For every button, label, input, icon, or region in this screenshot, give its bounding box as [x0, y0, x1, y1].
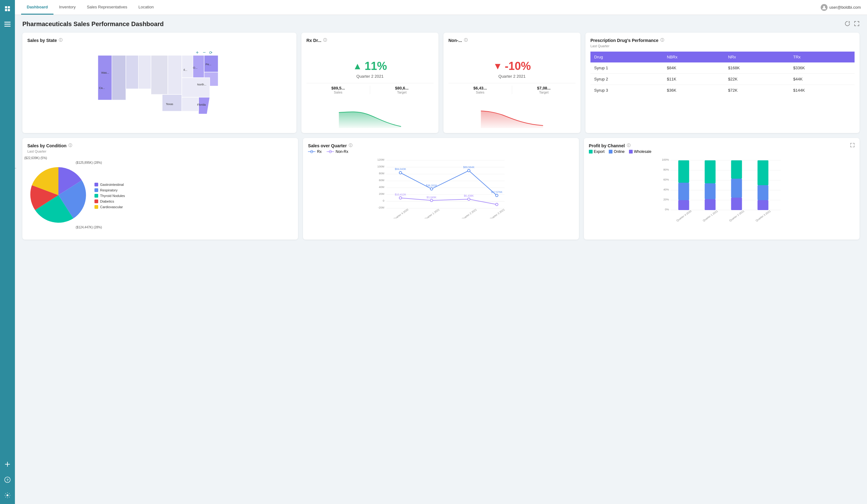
svg-text:80M: 80M	[379, 172, 384, 175]
tab-sales-representatives[interactable]: Sales Representatives	[81, 0, 133, 14]
svg-text:60%: 60%	[663, 178, 669, 181]
svg-rect-87	[757, 200, 768, 210]
tab-dashboard[interactable]: Dashboard	[21, 0, 53, 14]
svg-text:Quarter 2 2021: Quarter 2 2021	[461, 208, 478, 218]
rx-percent: 11%	[364, 60, 387, 73]
rx-info-icon[interactable]: ⓘ	[323, 37, 327, 43]
sidebar-menu-icon[interactable]	[2, 19, 12, 29]
thyroid-dot	[95, 194, 98, 197]
svg-rect-86	[731, 160, 742, 179]
svg-text:Quarter 4 2020: Quarter 4 2020	[393, 208, 409, 218]
drug-col-header: Drug	[590, 52, 663, 63]
line-chart-legend: Rx Non-Rx	[308, 149, 574, 154]
sidebar-add-icon[interactable]	[2, 459, 12, 469]
svg-rect-3	[8, 9, 10, 11]
pie-legend: Gastrointestinal Respiratory Thyroid Nod…	[95, 183, 125, 209]
svg-text:Quarter 2 2021: Quarter 2 2021	[728, 210, 745, 222]
svg-rect-5	[4, 24, 11, 25]
svg-rect-0	[5, 6, 7, 8]
sidebar-grid-icon[interactable]	[2, 4, 12, 14]
table-row: Syrup 2 $11K $22K $44K	[590, 74, 855, 85]
svg-text:Il...: Il...	[183, 68, 187, 72]
page-header: Pharmaceuticals Sales Performance Dashbo…	[22, 21, 859, 28]
tab-location[interactable]: Location	[133, 0, 159, 14]
cardiovascular-dot	[95, 205, 98, 209]
page-title: Pharmaceuticals Sales Performance Dashbo…	[22, 21, 164, 28]
profit-expand-icon[interactable]	[850, 143, 855, 148]
svg-rect-8	[5, 464, 10, 464]
svg-text:-20M: -20M	[378, 206, 384, 209]
bar-chart-svg: 100% 80% 60% 40% 20% 0%	[589, 156, 855, 222]
non-rx-legend-item: Non-Rx	[327, 149, 349, 154]
wholesale-legend: Wholesale	[629, 149, 651, 154]
online-legend: Online	[609, 149, 624, 154]
svg-text:Texas: Texas	[166, 103, 173, 106]
nrx-col-header: NRx	[724, 52, 789, 63]
non-rx-info-icon[interactable]: ⓘ	[464, 37, 468, 43]
sales-state-info-icon[interactable]: ⓘ	[59, 37, 63, 43]
table-row: Syrup 1 $84K $168K $336K	[590, 63, 855, 74]
bar-chart-legend: Export Online Wholesale	[589, 149, 855, 154]
legend-thyroid-nodules: Thyroid Nodules	[95, 194, 125, 197]
sales-quarter-title: Sales over Quarter ⓘ	[308, 143, 574, 148]
svg-text:100%: 100%	[662, 158, 669, 161]
rx-legend-item: Rx	[308, 149, 322, 154]
condition-subtitle: Last Quarter	[27, 149, 293, 153]
pie-label-gastro: ($125,895K) (28%)	[76, 161, 102, 164]
drug-name: Syrup 2	[590, 74, 663, 85]
sales-quarter-info-icon[interactable]: ⓘ	[349, 143, 352, 148]
main-content: Dashboard Inventory Sales Representative…	[15, 0, 867, 504]
nbrx-value: $36K	[663, 85, 724, 96]
svg-text:O...: O...	[193, 66, 197, 69]
svg-text:Quarter 4 2020: Quarter 4 2020	[676, 210, 692, 222]
non-rx-sales-value: $6,43...	[450, 86, 511, 90]
pie-label-diabetics: $60,291K)...	[15, 165, 16, 169]
svg-text:0: 0	[383, 199, 384, 202]
svg-point-47	[496, 194, 498, 197]
sidebar-settings-icon[interactable]	[2, 490, 12, 500]
top-row: Sales by State ⓘ	[22, 33, 859, 133]
sidebar-help-icon[interactable]: ?	[2, 475, 12, 485]
svg-point-55	[496, 203, 498, 206]
svg-rect-78	[678, 200, 689, 210]
svg-text:60M: 60M	[379, 179, 384, 182]
svg-rect-4	[4, 22, 11, 23]
gastrointestinal-dot	[95, 183, 98, 186]
export-legend: Export	[589, 149, 605, 154]
condition-info-icon[interactable]: ⓘ	[68, 143, 72, 148]
svg-text:Was...: Was...	[101, 71, 109, 74]
svg-point-11	[7, 494, 8, 496]
svg-text:Quarter 3 2021: Quarter 3 2021	[755, 210, 771, 222]
svg-text:⟳: ⟳	[209, 51, 213, 55]
svg-point-45	[430, 188, 433, 190]
svg-text:Ca...: Ca...	[99, 86, 105, 89]
drug-name: Syrup 3	[590, 85, 663, 96]
respiratory-dot	[95, 188, 98, 192]
svg-point-54	[468, 198, 470, 201]
svg-rect-88	[757, 185, 768, 200]
svg-text:Florida: Florida	[197, 103, 206, 106]
svg-text:$6,438K: $6,438K	[464, 194, 474, 197]
rx-target-value: $80,6...	[371, 86, 432, 90]
tab-inventory[interactable]: Inventory	[53, 0, 81, 14]
svg-point-52	[399, 197, 402, 199]
svg-point-44	[399, 172, 402, 174]
bottom-row: Sales by Condition ⓘ Last Quarter	[22, 138, 859, 239]
nbrx-value: $11K	[663, 74, 724, 85]
expand-icon[interactable]	[854, 21, 859, 28]
profit-info-icon[interactable]: ⓘ	[627, 143, 631, 148]
legend-cardiovascular: Cardiovascular	[95, 205, 125, 209]
sales-by-state-card: Sales by State ⓘ	[22, 33, 297, 133]
sales-by-condition-card: Sales by Condition ⓘ Last Quarter	[22, 138, 298, 239]
svg-text:$10,412K: $10,412K	[395, 193, 406, 196]
prescription-info-icon[interactable]: ⓘ	[660, 37, 664, 43]
top-navigation: Dashboard Inventory Sales Representative…	[15, 0, 867, 15]
rx-sales-label: Sales	[308, 90, 368, 94]
refresh-icon[interactable]	[845, 21, 850, 28]
nbrx-value: $84K	[663, 63, 724, 74]
page-actions	[845, 21, 859, 28]
non-rx-sales-label: Sales	[450, 90, 511, 94]
svg-rect-1	[8, 6, 10, 8]
svg-rect-89	[757, 160, 768, 185]
nrx-value: $22K	[724, 74, 789, 85]
